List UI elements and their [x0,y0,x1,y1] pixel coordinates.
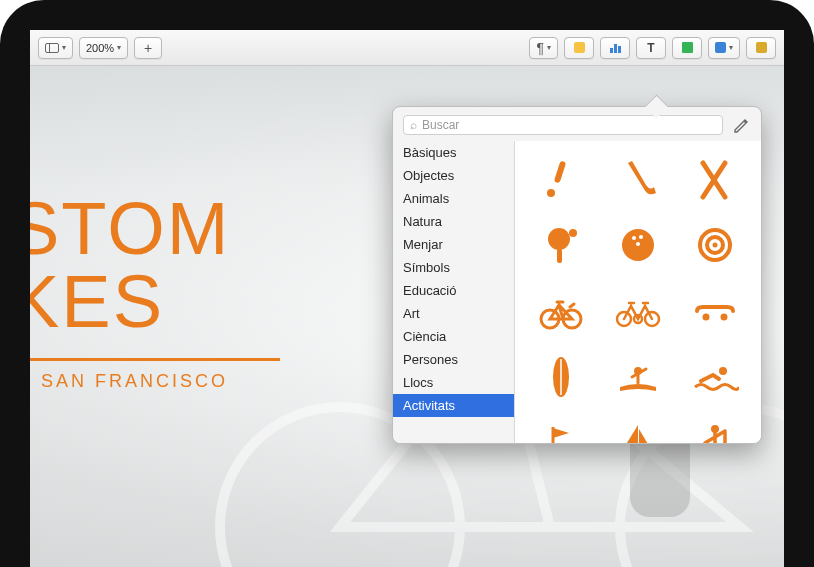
shape-golf-flag[interactable] [537,421,585,443]
category-item-objectes[interactable]: Objectes [393,164,514,187]
category-item-llocs[interactable]: Llocs [393,371,514,394]
shape-ski-poles[interactable] [691,157,739,201]
svg-point-13 [639,235,643,239]
shape-rowing[interactable] [614,355,662,399]
shape-surfboard[interactable] [537,355,585,399]
svg-point-7 [547,189,555,197]
document-canvas[interactable]: STOM KES S, SAN FRANCISCO ⌕ Buscar [30,66,784,567]
shape-search-input[interactable]: ⌕ Buscar [403,115,723,135]
toolbar: ▾ 200% ▾ + ¶ ▾ T [30,30,784,66]
pencil-icon [733,117,749,133]
insert-comment-button[interactable] [746,37,776,59]
chevron-down-icon: ▾ [729,43,733,52]
pilcrow-icon: ¶ [536,40,544,56]
shapes-popover: ⌕ Buscar BàsiquesObjectesAnimalsNaturaMe… [392,106,762,444]
comment-icon [756,42,767,53]
heading-subtitle: S, SAN FRANCISCO [30,371,280,392]
svg-rect-6 [553,161,566,184]
category-item-bàsiques[interactable]: Bàsiques [393,141,514,164]
view-menu-button[interactable]: ▾ [38,37,73,59]
table-icon [574,42,585,53]
svg-rect-0 [46,43,59,52]
shape-cricket-bat[interactable] [537,157,585,201]
heading-line-2: KES [30,259,280,344]
svg-point-28 [719,367,727,375]
search-icon: ⌕ [410,118,417,132]
shape-swimming[interactable] [691,355,739,399]
shape-hiking[interactable] [691,421,739,443]
sidebar-layout-icon [45,43,59,53]
shape-target-darts[interactable] [691,223,739,267]
insert-shape-button[interactable] [672,37,702,59]
document-heading-block: STOM KES S, SAN FRANCISCO [30,186,280,392]
insert-chart-button[interactable] [600,37,630,59]
chart-icon [610,42,621,53]
shape-table-tennis[interactable] [537,223,585,267]
insert-text-button[interactable]: T [636,37,666,59]
category-item-ciència[interactable]: Ciència [393,325,514,348]
media-icon [715,42,726,53]
shape-bicycle[interactable] [537,289,585,333]
text-icon: T [647,41,654,55]
svg-point-17 [713,243,718,248]
shape-tandem-bicycle[interactable] [614,289,662,333]
svg-rect-9 [557,249,562,263]
category-item-símbols[interactable]: Símbols [393,256,514,279]
shape-grid[interactable] [515,141,761,443]
svg-point-10 [569,229,577,237]
svg-point-23 [703,314,710,321]
insert-table-button[interactable] [564,37,594,59]
search-placeholder: Buscar [422,118,459,132]
svg-point-8 [548,228,570,250]
shape-skateboard[interactable] [691,289,739,333]
category-item-animals[interactable]: Animals [393,187,514,210]
category-item-natura[interactable]: Natura [393,210,514,233]
insert-media-button[interactable]: ▾ [708,37,740,59]
zoom-button[interactable]: 200% ▾ [79,37,128,59]
zoom-value: 200% [86,42,114,54]
category-item-art[interactable]: Art [393,302,514,325]
chevron-down-icon: ▾ [547,43,551,52]
shape-icon [682,42,693,53]
category-item-activitats[interactable]: Activitats [393,394,514,417]
svg-point-24 [721,314,728,321]
category-item-educació[interactable]: Educació [393,279,514,302]
heading-rule [30,358,280,361]
edit-shapes-button[interactable] [731,115,751,135]
plus-icon: + [144,40,152,56]
category-item-menjar[interactable]: Menjar [393,233,514,256]
shape-category-list[interactable]: BàsiquesObjectesAnimalsNaturaMenjarSímbo… [393,141,515,443]
shape-sailboat[interactable] [614,421,662,443]
popover-header: ⌕ Buscar [393,107,761,141]
chevron-down-icon: ▾ [62,43,66,52]
svg-point-14 [636,242,640,246]
paragraph-styles-button[interactable]: ¶ ▾ [529,37,558,59]
svg-point-12 [632,236,636,240]
shape-bowling-ball[interactable] [614,223,662,267]
add-page-button[interactable]: + [134,37,162,59]
shape-hockey-stick[interactable] [614,157,662,201]
category-item-persones[interactable]: Persones [393,348,514,371]
chevron-down-icon: ▾ [117,43,121,52]
